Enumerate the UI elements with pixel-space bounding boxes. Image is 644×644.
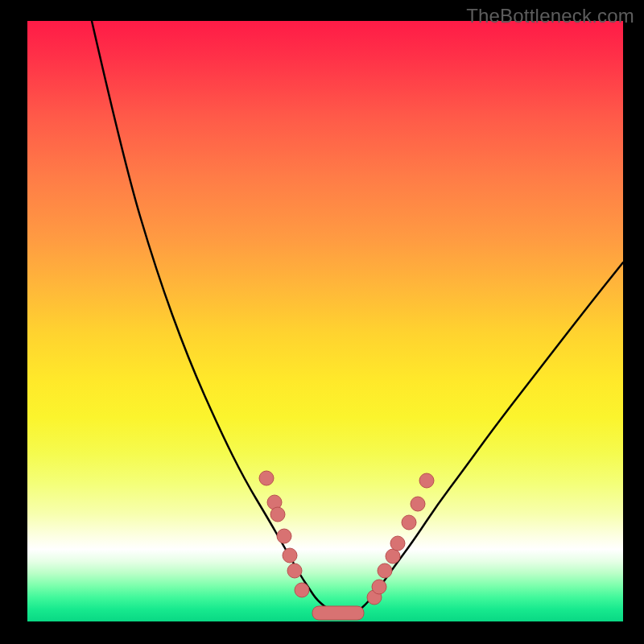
bottleneck-curve — [92, 21, 623, 612]
curve-marker — [270, 507, 285, 522]
watermark-text: TheBottleneck.com — [466, 5, 634, 27]
curve-marker — [259, 471, 274, 485]
curve-marker — [295, 583, 309, 597]
curve-marker — [386, 549, 400, 564]
marker-group — [259, 471, 434, 605]
curve-marker — [390, 536, 405, 551]
curve-layer — [27, 21, 623, 621]
curve-marker — [283, 548, 297, 563]
curve-marker — [287, 564, 302, 578]
curve-marker — [378, 564, 392, 578]
plot-area — [27, 21, 623, 621]
curve-marker — [402, 515, 416, 530]
curve-marker — [411, 497, 425, 511]
minimum-plateau — [312, 606, 364, 620]
curve-marker — [419, 473, 434, 488]
curve-marker — [277, 529, 291, 543]
curve-marker — [372, 580, 386, 594]
chart-stage: TheBottleneck.com — [0, 0, 644, 644]
